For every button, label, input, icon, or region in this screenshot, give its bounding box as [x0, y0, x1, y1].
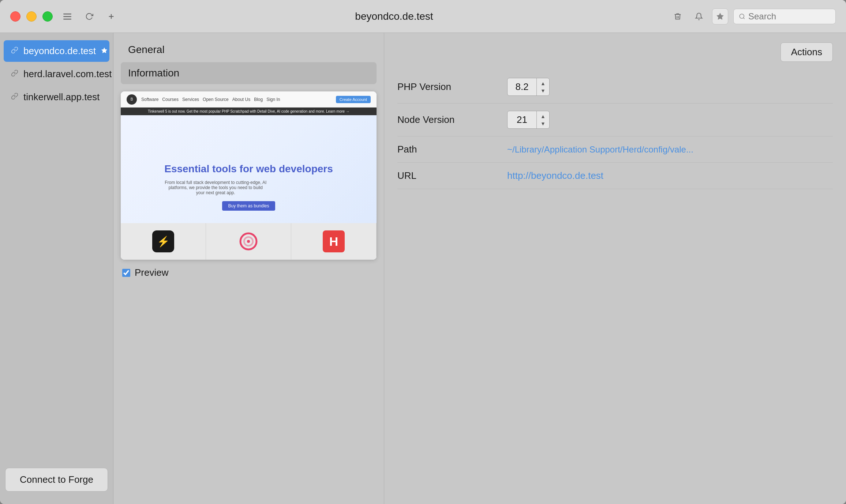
- nav-blog: Blog: [254, 97, 263, 102]
- bell-button[interactable]: [691, 8, 707, 25]
- icon-cell-0: ⚡: [121, 223, 206, 260]
- sidebar-item-label: beyondco.de.test: [23, 45, 96, 57]
- path-label: Path: [397, 144, 500, 155]
- svg-rect-1: [63, 16, 71, 17]
- fake-logo-icon: B: [127, 94, 137, 105]
- sidebar-item-label: tinkerwell.app.test: [23, 91, 100, 103]
- nav-software: Software: [141, 97, 158, 102]
- url-row: URL http://beyondco.de.test: [397, 163, 833, 189]
- nav-opensource: Open Source: [203, 97, 229, 102]
- sidebar-item-herd[interactable]: herd.laravel.com.test: [4, 63, 109, 85]
- node-version-down[interactable]: ▼: [537, 120, 549, 127]
- nav-about: About Us: [232, 97, 250, 102]
- nav-services: Services: [182, 97, 199, 102]
- fake-icons-row: ⚡: [121, 223, 377, 260]
- sidebar-item-beyondco[interactable]: beyondco.de.test: [4, 40, 109, 62]
- tab-information[interactable]: Information: [121, 62, 377, 84]
- php-version-stepper[interactable]: 8.2 ▲ ▼: [507, 78, 550, 96]
- refresh-button[interactable]: [82, 9, 97, 24]
- sidebar-bottom: Connect to Forge: [0, 462, 113, 497]
- minimize-button[interactable]: [26, 11, 37, 22]
- star-button[interactable]: [712, 8, 728, 25]
- node-version-up[interactable]: ▲: [537, 113, 549, 120]
- php-version-down[interactable]: ▼: [537, 87, 549, 94]
- sidebar: beyondco.de.test herd.laravel.com.test: [0, 33, 113, 504]
- sidebar-item-tinkerwell[interactable]: tinkerwell.app.test: [4, 86, 109, 108]
- connect-to-forge-button[interactable]: Connect to Forge: [5, 468, 108, 492]
- search-input[interactable]: [748, 11, 821, 22]
- preview-area: B Software Courses Services Open Source …: [113, 84, 384, 504]
- preview-checkbox-container: Preview: [121, 267, 377, 278]
- icon-cell-1: [206, 223, 291, 260]
- titlebar-actions: [670, 8, 836, 25]
- svg-marker-6: [717, 13, 723, 19]
- middle-panel: General Information B Software Courses S…: [113, 33, 384, 504]
- node-version-arrows: ▲ ▼: [537, 113, 549, 127]
- maximize-button[interactable]: [42, 11, 53, 22]
- php-version-label: PHP Version: [397, 81, 500, 93]
- fake-hero-button: Buy them as bundles: [222, 201, 275, 211]
- svg-point-12: [247, 240, 250, 243]
- preview-checkbox[interactable]: [122, 269, 130, 277]
- node-version-value: 21: [508, 111, 537, 128]
- url-bar: beyondco.de.test: [126, 11, 662, 22]
- php-version-value: 8.2: [508, 78, 537, 95]
- site-link-icon: [11, 46, 18, 56]
- fake-cta-button: Create Account: [336, 96, 371, 103]
- php-version-arrows: ▲ ▼: [537, 80, 549, 94]
- main-window: beyondco.de.test: [0, 0, 846, 504]
- site-link-icon: [11, 69, 18, 79]
- search-bar[interactable]: [733, 9, 836, 24]
- icon-cell-2: H: [291, 223, 377, 260]
- preview-label: Preview: [135, 267, 168, 278]
- nav-tabs: General Information: [113, 33, 384, 84]
- new-tab-button[interactable]: [104, 9, 119, 24]
- svg-marker-9: [102, 48, 107, 53]
- node-version-stepper[interactable]: 21 ▲ ▼: [507, 111, 550, 129]
- nav-courses: Courses: [162, 97, 179, 102]
- fake-topbar: B Software Courses Services Open Source …: [121, 91, 377, 108]
- site-link-icon: [11, 93, 18, 102]
- nav-signin: Sign In: [266, 97, 280, 102]
- website-preview: B Software Courses Services Open Source …: [121, 91, 377, 260]
- main-content: beyondco.de.test herd.laravel.com.test: [0, 33, 846, 504]
- url-value[interactable]: http://beyondco.de.test: [507, 170, 833, 181]
- sidebar-toggle-button[interactable]: [60, 9, 75, 24]
- traffic-lights: [10, 11, 53, 22]
- svg-point-7: [740, 14, 744, 18]
- favorite-icon: [101, 46, 108, 56]
- svg-rect-2: [63, 19, 71, 20]
- preview-inner: B Software Courses Services Open Source …: [121, 91, 377, 260]
- tab-general[interactable]: General: [121, 39, 377, 61]
- actions-button[interactable]: Actions: [781, 42, 833, 62]
- svg-rect-0: [63, 14, 71, 15]
- sidebar-item-label: herd.laravel.com.test: [23, 68, 112, 80]
- fake-hero-subtitle: From local full stack development to cut…: [164, 180, 267, 195]
- titlebar: beyondco.de.test: [0, 0, 846, 33]
- php-version-row: PHP Version 8.2 ▲ ▼: [397, 71, 833, 104]
- fake-hero-title: Essential tools for web developers: [164, 162, 333, 176]
- path-row: Path ~/Library/Application Support/Herd/…: [397, 136, 833, 163]
- fake-banner: Tinkerwell 5 is out now. Get the most po…: [121, 108, 377, 115]
- php-version-up[interactable]: ▲: [537, 80, 549, 87]
- node-version-label: Node Version: [397, 114, 500, 125]
- trash-button[interactable]: [670, 8, 686, 25]
- fake-hero: Essential tools for web developers From …: [157, 155, 340, 218]
- fake-nav-links: Software Courses Services Open Source Ab…: [141, 97, 332, 102]
- path-value: ~/Library/Application Support/Herd/confi…: [507, 144, 833, 155]
- svg-line-8: [743, 18, 744, 19]
- node-version-row: Node Version 21 ▲ ▼: [397, 104, 833, 136]
- url-label: URL: [397, 170, 500, 181]
- search-icon: [739, 13, 745, 20]
- close-button[interactable]: [10, 11, 20, 22]
- right-panel: Actions PHP Version 8.2 ▲ ▼ Node Version…: [384, 33, 846, 504]
